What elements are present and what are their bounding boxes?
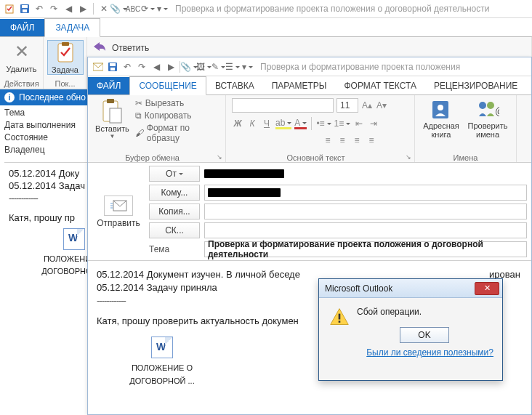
align-justify-icon[interactable]: ≡ [366,134,377,146]
dialog-ok-button[interactable]: OK [400,327,449,343]
signature-icon[interactable]: ✎ [212,61,224,73]
mail-icon [92,61,104,73]
picture-icon[interactable]: 🖼 [198,61,209,73]
to-value-redacted [208,188,281,197]
align-center-icon[interactable]: ≡ [336,134,348,146]
font-size-select[interactable]: 11 [336,98,358,113]
ctab-insert[interactable]: ВСТАВКА [206,77,263,94]
qat-customize-icon[interactable]: ▾ [156,3,168,15]
check-names-button[interactable]: @ Проверить имена [467,98,508,150]
align-right-icon[interactable]: ≡ [351,134,363,146]
tab-file[interactable]: ФАЙЛ [0,19,44,36]
copy-label: Копировать [145,110,192,121]
cc-field[interactable] [204,204,527,219]
list-icon[interactable]: ☰ [227,61,238,73]
bold-button[interactable]: Ж [232,118,243,129]
qat-customize-inner-icon[interactable]: ▾ [241,61,253,73]
outdent-icon[interactable]: ⇤ [353,118,365,129]
scissors-icon: ✂ [135,98,142,108]
numbering-icon[interactable]: 1≡ [334,118,351,129]
font-color-button[interactable]: A [294,118,307,129]
svg-rect-27 [339,321,341,323]
address-book-icon [430,98,453,121]
word-doc-icon-2 [151,337,173,358]
shrink-font-icon[interactable]: A▾ [376,100,387,111]
ctab-file[interactable]: ФАЙЛ [88,77,129,94]
send-button[interactable] [104,196,133,216]
svg-point-22 [479,102,486,109]
cut-button[interactable]: ✂Вырезать [135,98,219,108]
address-book-button[interactable]: Адресная книга [421,98,462,150]
svg-rect-26 [339,314,341,320]
dialog-titlebar[interactable]: Microsoft Outlook ✕ [319,279,502,298]
save-icon-inner[interactable] [107,61,118,73]
svg-rect-5 [62,42,69,46]
dialog-feedback-link[interactable]: Были ли сведения полезными? [319,347,502,363]
catt-line1: ПОЛОЖЕНИЕ О [132,361,193,374]
align-left-icon[interactable]: ≡ [322,134,334,146]
compose-attachment-word[interactable]: ПОЛОЖЕНИЕ О ДОГОВОРНОЙ ... [118,332,206,387]
task-icon [4,3,16,15]
grow-font-icon[interactable]: A▴ [361,100,373,111]
clipboard-paste-icon [101,98,123,124]
save-icon[interactable] [19,3,31,15]
envelope-send-icon [110,199,127,212]
tab-task[interactable]: ЗАДАЧА [44,18,100,37]
cc-button[interactable]: Копия... [149,204,200,219]
reply-button[interactable]: Ответить [112,43,149,53]
svg-point-23 [487,102,494,109]
spellcheck-icon[interactable]: ABC [127,3,139,15]
ctab-review[interactable]: РЕЦЕНЗИРОВАНИЕ [425,77,526,94]
names-caption: Имена [415,153,516,162]
ctab-message[interactable]: СООБЩЕНИЕ [129,76,206,95]
ctab-format[interactable]: ФОРМАТ ТЕКСТА [335,77,424,94]
attach-icon-inner[interactable]: 📎 [183,61,195,73]
show-caption: Пок... [44,79,86,89]
bullets-icon[interactable]: •≡ [316,118,331,129]
task-label: Задача [52,65,78,74]
format-painter-button[interactable]: 🖌Формат по образцу [135,123,219,143]
bcc-button[interactable]: СК... [149,222,200,238]
font-family-select[interactable] [232,98,334,113]
delete-qat-icon[interactable]: ✕ [98,3,110,15]
underline-button[interactable]: Ч [261,118,273,129]
to-button[interactable]: Кому... [149,185,200,201]
task-button[interactable]: Задача [47,40,84,75]
dialog-close-button[interactable]: ✕ [475,282,499,295]
compose-tabs: ФАЙЛ СООБЩЕНИЕ ВСТАВКА ПАРАМЕТРЫ ФОРМАТ … [88,76,531,95]
recurrence-icon[interactable]: ⟳ [142,3,153,15]
next-icon-inner[interactable]: ▶ [165,61,177,73]
svg-rect-2 [22,5,28,8]
info-text: Последнее обно [19,92,86,102]
attach-icon[interactable]: 📎 [113,3,124,15]
prev-icon[interactable]: ◀ [63,3,74,15]
svg-rect-15 [110,63,116,66]
fmt-painter-label: Формат по образцу [147,123,219,143]
word-doc-icon [63,228,85,250]
compose-header-fields: Отправить От Кому... Копия... СК... Тема… [88,163,531,261]
delete-button[interactable]: ✕ Удалить [4,40,40,73]
to-field[interactable] [204,185,527,201]
bcc-field[interactable] [204,222,527,238]
brush-icon: 🖌 [135,128,144,138]
next-icon[interactable]: ▶ [77,3,89,15]
cut-label: Вырезать [145,98,184,108]
ctab-params[interactable]: ПАРАМЕТРЫ [263,77,336,94]
svg-rect-16 [110,68,115,70]
undo-icon[interactable]: ↶ [33,3,45,15]
redo-icon[interactable]: ↷ [48,3,60,15]
qat-outer: ↶ ↷ ◀ ▶ ✕ 📎 ABC ⟳ ▾ Проверка и форматиро… [0,0,532,18]
paste-button[interactable]: Вставить ▼ [94,98,131,150]
indent-icon[interactable]: ⇥ [368,118,379,129]
compose-ribbon: Вставить ▼ ✂Вырезать ⧉Копировать 🖌Формат… [88,95,531,163]
undo-icon-inner[interactable]: ↶ [121,61,133,73]
subject-field[interactable]: Проверка и форматирование проекта положе… [204,241,527,257]
from-button[interactable]: От [149,166,200,182]
delete-x-icon: ✕ [10,40,33,63]
italic-button[interactable]: К [246,118,258,129]
highlight-button[interactable]: ab [275,118,291,129]
redo-icon-inner[interactable]: ↷ [136,61,148,73]
copy-button[interactable]: ⧉Копировать [135,110,219,121]
prev-icon-inner[interactable]: ◀ [150,61,162,73]
clipboard-check-icon [54,41,77,64]
